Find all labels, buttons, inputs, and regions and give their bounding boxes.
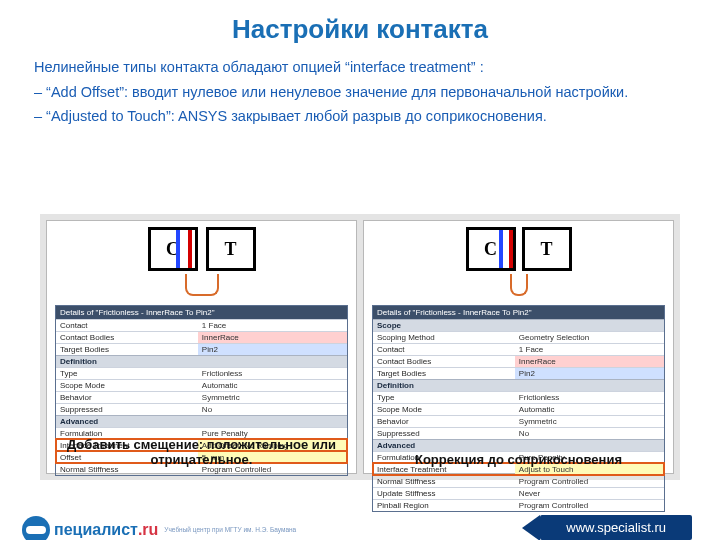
row-v: InnerRace xyxy=(515,356,664,367)
url-badge: www.specialist.ru xyxy=(540,515,692,540)
right-pane: C T Details of "Frictionless - InnerRace… xyxy=(363,220,674,474)
edge-red xyxy=(509,230,513,268)
left-caption: Добавить смещение: положительное или отр… xyxy=(47,437,356,467)
section-advanced: Advanced xyxy=(373,439,664,451)
row-v: No xyxy=(515,428,664,439)
slide-title: Настройки контакта xyxy=(0,14,720,45)
diagram-blocks: C T xyxy=(47,227,356,271)
row-k: Type xyxy=(56,368,198,379)
section-advanced: Advanced xyxy=(56,415,347,427)
row-v: Symmetric xyxy=(198,392,347,403)
row-v: 1 Face xyxy=(198,320,347,331)
row-k: Normal Stiffness xyxy=(373,476,515,487)
logo-text: пециалист xyxy=(54,521,138,539)
logo-mark-icon xyxy=(22,516,50,540)
section-definition: Definition xyxy=(373,379,664,391)
row-v: InnerRace xyxy=(198,332,347,343)
bracket-icon xyxy=(510,274,528,296)
row-k: Suppressed xyxy=(373,428,515,439)
row-k: Behavior xyxy=(56,392,198,403)
row-v: Geometry Selection xyxy=(515,332,664,343)
logo-ru: .ru xyxy=(138,521,158,539)
row-k: Type xyxy=(373,392,515,403)
illustration-area: C T Details of "Frictionless - InnerRace… xyxy=(40,214,680,480)
row-k: Contact Bodies xyxy=(56,332,198,343)
panel-title: Details of "Frictionless - InnerRace To … xyxy=(373,306,664,319)
logo-subtitle: Учебный центр при МГТУ им. Н.Э. Баумана xyxy=(164,526,296,533)
row-k: Update Stiffness xyxy=(373,488,515,499)
row-v: Program Controlled xyxy=(515,476,664,487)
logo: пециалист.ru Учебный центр при МГТУ им. … xyxy=(22,516,296,540)
bullet-2: – “Adjusted to Touch”: ANSYS закрывает л… xyxy=(34,104,686,129)
panel-title: Details of "Frictionless - InnerRace To … xyxy=(56,306,347,319)
block-t: T xyxy=(522,227,572,271)
row-k: Scoping Method xyxy=(373,332,515,343)
row-k: Target Bodies xyxy=(373,368,515,379)
block-t: T xyxy=(206,227,256,271)
bullet-1: – “Add Offset”: вводит нулевое или ненул… xyxy=(34,80,686,105)
row-v: Frictionless xyxy=(198,368,347,379)
row-v: Automatic xyxy=(515,404,664,415)
body-text: Нелинейные типы контакта обладают опцией… xyxy=(0,55,720,129)
row-v: Frictionless xyxy=(515,392,664,403)
row-k: Behavior xyxy=(373,416,515,427)
row-v: Pin2 xyxy=(198,344,347,355)
section-definition: Definition xyxy=(56,355,347,367)
details-panel-right: Details of "Frictionless - InnerRace To … xyxy=(372,305,665,512)
row-v: Automatic xyxy=(198,380,347,391)
left-pane: C T Details of "Frictionless - InnerRace… xyxy=(46,220,357,474)
row-k: Target Bodies xyxy=(56,344,198,355)
section-scope: Scope xyxy=(373,319,664,331)
row-v: 1 Face xyxy=(515,344,664,355)
footer: пециалист.ru Учебный центр при МГТУ им. … xyxy=(0,500,720,540)
intro: Нелинейные типы контакта обладают опцией… xyxy=(34,55,686,80)
right-caption: Коррекция до соприкосновения xyxy=(364,452,673,467)
row-v: Pin2 xyxy=(515,368,664,379)
edge-red xyxy=(188,230,192,268)
row-k: Scope Mode xyxy=(56,380,198,391)
row-k: Contact Bodies xyxy=(373,356,515,367)
row-k: Suppressed xyxy=(56,404,198,415)
row-v: Symmetric xyxy=(515,416,664,427)
diagram-blocks: C T xyxy=(364,227,673,271)
row-v: Never xyxy=(515,488,664,499)
row-v: No xyxy=(198,404,347,415)
gap-fill xyxy=(200,230,204,268)
row-k: Contact xyxy=(373,344,515,355)
edge-blue xyxy=(499,230,503,268)
bracket-icon xyxy=(185,274,219,296)
gap-fill xyxy=(517,230,521,268)
row-k: Scope Mode xyxy=(373,404,515,415)
row-k: Contact xyxy=(56,320,198,331)
edge-blue xyxy=(176,230,180,268)
